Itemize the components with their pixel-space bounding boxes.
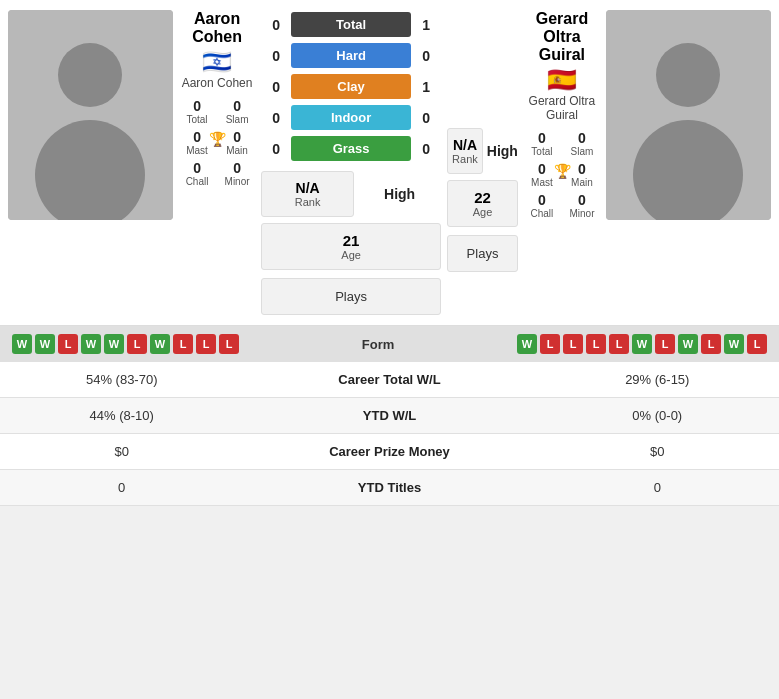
- right-rank-label: Rank: [452, 153, 478, 165]
- right-rank-value: N/A: [453, 137, 477, 153]
- right-high-label: High: [487, 143, 518, 159]
- comp-label: YTD W/L: [243, 398, 535, 433]
- comp-right-value: 0% (0-0): [536, 398, 779, 433]
- right-rank-box: N/A Rank: [447, 128, 483, 174]
- right-player-name-title: Gerard Oltra Guiral: [524, 10, 600, 64]
- form-badge-l: L: [609, 334, 629, 354]
- form-section: WWLWWLWLLL Form WLLLLWLWLWL: [0, 325, 779, 362]
- left-age-box: 21 Age: [261, 223, 441, 270]
- comp-label: YTD Titles: [243, 470, 535, 505]
- surface-grass-row: 0 Grass 0: [261, 136, 441, 161]
- form-badge-l: L: [586, 334, 606, 354]
- comparison-row: 0 YTD Titles 0: [0, 470, 779, 506]
- left-rank-value: N/A: [296, 180, 320, 196]
- comparison-row: 54% (83-70) Career Total W/L 29% (6-15): [0, 362, 779, 398]
- right-chall-stat: 0 Chall: [528, 192, 556, 219]
- comparison-row: 44% (8-10) YTD W/L 0% (0-0): [0, 398, 779, 434]
- right-minor-stat: 0 Minor: [568, 192, 596, 219]
- form-badge-l: L: [196, 334, 216, 354]
- comp-right-value: $0: [536, 434, 779, 469]
- form-badge-w: W: [678, 334, 698, 354]
- right-silhouette: [606, 10, 771, 220]
- comp-label: Career Prize Money: [243, 434, 535, 469]
- comp-left-value: $0: [0, 434, 243, 469]
- left-minor-stat: 0 Minor: [223, 160, 251, 187]
- surface-clay-row: 0 Clay 1: [261, 74, 441, 99]
- form-badge-l: L: [127, 334, 147, 354]
- comp-left-value: 0: [0, 470, 243, 505]
- surface-total-row: 0 Total 1: [261, 12, 441, 37]
- left-player-name-below: Aaron Cohen: [182, 76, 253, 90]
- form-badge-l: L: [173, 334, 193, 354]
- right-player-flag: 🇪🇸: [547, 66, 577, 94]
- left-age-label: Age: [341, 249, 361, 261]
- comp-right-value: 0: [536, 470, 779, 505]
- form-badge-l: L: [747, 334, 767, 354]
- form-badge-w: W: [724, 334, 744, 354]
- comp-right-value: 29% (6-15): [536, 362, 779, 397]
- left-trophy-icon: 🏆: [209, 131, 226, 147]
- form-badge-l: L: [58, 334, 78, 354]
- left-form-badges: WWLWWLWLLL: [12, 334, 239, 354]
- left-high-label: High: [384, 186, 415, 202]
- left-chall-stat: 0 Chall: [183, 160, 211, 187]
- right-plays-box: Plays: [447, 235, 518, 272]
- form-badge-l: L: [563, 334, 583, 354]
- form-badge-w: W: [632, 334, 652, 354]
- form-badge-w: W: [104, 334, 124, 354]
- surface-hard-row: 0 Hard 0: [261, 43, 441, 68]
- left-age-value: 21: [343, 232, 360, 249]
- left-plays-label: Plays: [335, 289, 367, 304]
- right-player-name-below: Gerard Oltra Guiral: [524, 94, 600, 122]
- right-player-photo: [606, 10, 771, 220]
- comparison-row: $0 Career Prize Money $0: [0, 434, 779, 470]
- right-form-badges: WLLLLWLWLWL: [517, 334, 767, 354]
- left-slam-stat: 0 Slam: [223, 98, 251, 125]
- form-badge-w: W: [35, 334, 55, 354]
- left-player-flag: 🇮🇱: [202, 48, 232, 76]
- right-plays-label: Plays: [467, 246, 499, 261]
- form-badge-w: W: [81, 334, 101, 354]
- left-total-stat: 0 Total: [183, 98, 211, 125]
- right-age-label: Age: [473, 206, 493, 218]
- left-mast-trophy: 0 Mast: [183, 129, 211, 156]
- form-badge-w: W: [150, 334, 170, 354]
- left-player-name-title: Aaron Cohen: [179, 10, 255, 46]
- right-total-stat: 0 Total: [528, 130, 556, 157]
- form-badge-l: L: [655, 334, 675, 354]
- comp-left-value: 54% (83-70): [0, 362, 243, 397]
- left-silhouette: [8, 10, 173, 220]
- comp-label: Career Total W/L: [243, 362, 535, 397]
- right-age-value: 22: [474, 189, 491, 206]
- form-badge-l: L: [219, 334, 239, 354]
- comparison-table: 54% (83-70) Career Total W/L 29% (6-15) …: [0, 362, 779, 506]
- left-rank-box: N/A Rank: [261, 171, 354, 217]
- left-plays-box: Plays: [261, 278, 441, 315]
- form-badge-w: W: [12, 334, 32, 354]
- form-badge-l: L: [701, 334, 721, 354]
- right-age-box: 22 Age: [447, 180, 518, 227]
- form-label: Form: [239, 337, 517, 352]
- right-slam-stat: 0 Slam: [568, 130, 596, 157]
- left-player-photo: [8, 10, 173, 220]
- svg-point-1: [58, 43, 122, 107]
- left-rank-label: Rank: [295, 196, 321, 208]
- comp-left-value: 44% (8-10): [0, 398, 243, 433]
- surface-indoor-row: 0 Indoor 0: [261, 105, 441, 130]
- right-mast-stat: 0 Mast: [528, 161, 556, 188]
- form-badge-l: L: [540, 334, 560, 354]
- right-trophy-icon: 🏆: [554, 163, 571, 179]
- svg-point-4: [656, 43, 720, 107]
- form-badge-w: W: [517, 334, 537, 354]
